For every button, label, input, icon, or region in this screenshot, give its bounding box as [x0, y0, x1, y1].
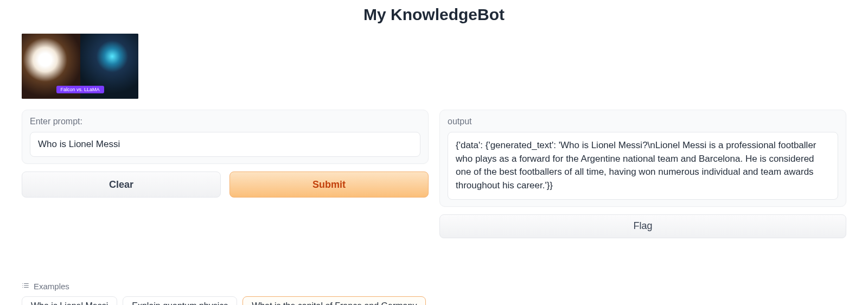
- examples-row: Who is Lionel MessiExplain quantum physi…: [22, 296, 846, 305]
- button-row: Clear Submit: [22, 171, 429, 198]
- header-image-badge: Falcon vs. LLaMA: [56, 86, 104, 93]
- examples-label: Examples: [34, 282, 69, 291]
- example-chip-2[interactable]: What is the capital of France and German…: [242, 296, 426, 305]
- page-title: My KnowledgeBot: [22, 0, 846, 34]
- clear-button[interactable]: Clear: [22, 171, 221, 198]
- input-panel: Enter prompt:: [22, 110, 429, 164]
- header-image: Falcon vs. LLaMA: [22, 34, 138, 99]
- prompt-input[interactable]: [30, 132, 420, 157]
- list-icon: [22, 282, 29, 291]
- submit-button[interactable]: Submit: [229, 171, 429, 198]
- flag-button[interactable]: Flag: [439, 214, 846, 238]
- examples-section: Examples Who is Lionel MessiExplain quan…: [22, 282, 846, 305]
- prompt-label: Enter prompt:: [30, 117, 420, 126]
- example-chip-0[interactable]: Who is Lionel Messi: [22, 296, 117, 305]
- right-column: output {'data': {'generated_text': 'Who …: [439, 110, 846, 238]
- output-text: {'data': {'generated_text': 'Who is Lion…: [448, 132, 838, 200]
- examples-header: Examples: [22, 282, 846, 291]
- output-label: output: [448, 117, 838, 126]
- left-column: Enter prompt: Clear Submit: [22, 110, 429, 198]
- main-columns: Enter prompt: Clear Submit output {'data…: [22, 110, 846, 238]
- example-chip-1[interactable]: Explain quantum physics: [123, 296, 237, 305]
- output-panel: output {'data': {'generated_text': 'Who …: [439, 110, 846, 207]
